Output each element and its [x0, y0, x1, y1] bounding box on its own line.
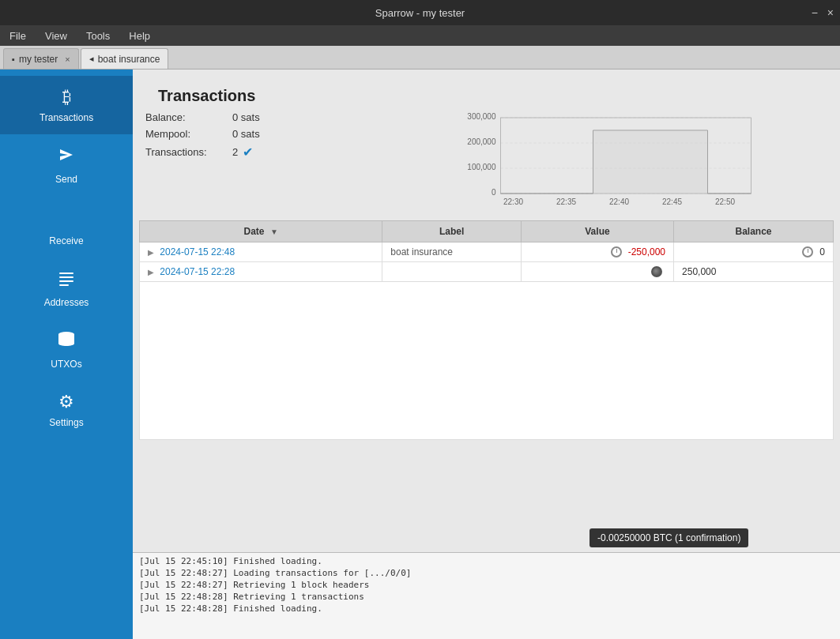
transactions-value: 2 ✔	[232, 145, 253, 160]
sidebar-label-settings: Settings	[49, 417, 83, 428]
close-button[interactable]: ×	[827, 6, 834, 19]
tab-label-boat-insurance: boat insurance	[98, 54, 160, 65]
svg-text:0: 0	[492, 188, 496, 197]
svg-text:22:40: 22:40	[609, 197, 629, 206]
svg-text:22:35: 22:35	[556, 197, 576, 206]
chart-area: 300,000 200,000 100,000 0	[382, 111, 827, 214]
menu-help[interactable]: Help	[126, 28, 153, 43]
svg-text:100,000: 100,000	[467, 163, 496, 171]
sidebar-item-addresses[interactable]: Addresses	[0, 257, 133, 319]
log-line: [Jul 15 22:48:28] Retrieving 1 transacti…	[139, 592, 834, 602]
chart-svg: 300,000 200,000 100,000 0	[382, 111, 827, 214]
tx-label-cell: boat insurance	[382, 242, 522, 262]
content-area: Transactions Balance: 0 sats Mempool: 0 …	[133, 70, 840, 639]
window-controls: − ×	[812, 6, 834, 19]
window-title: Sparrow - my tester	[375, 7, 465, 19]
tab-label-my-tester: my tester	[19, 54, 58, 65]
col-header-label[interactable]: Label	[382, 221, 522, 242]
svg-rect-0	[59, 273, 73, 274]
log-area[interactable]: [Jul 15 22:45:10] Finished loading. [Jul…	[133, 552, 840, 639]
stat-transactions: Transactions: 2 ✔	[145, 145, 367, 160]
transaction-tooltip: -0.00250000 BTC (1 confirmation)	[590, 528, 748, 547]
tab-my-tester[interactable]: ▪ my tester ×	[3, 48, 79, 69]
stat-mempool: Mempool: 0 sats	[145, 128, 367, 140]
sidebar-label-utxos: UTXOs	[51, 359, 81, 370]
svg-text:200,000: 200,000	[467, 137, 496, 146]
send-icon	[57, 145, 76, 169]
tab-icon-boat-insurance: ◂	[89, 54, 94, 64]
mempool-label: Mempool:	[145, 128, 232, 140]
tx-balance-cell-2: 250,000	[674, 262, 834, 282]
tx-label-value: boat insurance	[390, 246, 453, 257]
titlebar: Sparrow - my tester − ×	[0, 0, 840, 25]
svg-text:22:45: 22:45	[662, 197, 682, 206]
stats-area: Balance: 0 sats Mempool: 0 sats Transact…	[145, 111, 367, 214]
empty-row	[140, 282, 834, 440]
log-line: [Jul 15 22:48:27] Loading transactions f…	[139, 568, 834, 578]
tx-date-value-2[interactable]: 2024-07-15 22:28	[160, 266, 235, 277]
menu-view[interactable]: View	[42, 28, 70, 43]
sort-arrow-date: ▼	[270, 227, 278, 236]
tab-close-my-tester[interactable]: ×	[65, 55, 70, 64]
minimize-button[interactable]: −	[812, 6, 818, 19]
utxos-icon	[56, 330, 77, 354]
tx-date-cell[interactable]: ▶ 2024-07-15 22:48	[140, 242, 382, 262]
transactions-table: Date ▼ Label Value Balance ▶	[139, 220, 834, 549]
log-line: [Jul 15 22:48:28] Finished loading.	[139, 603, 834, 614]
confirmed-icon	[651, 266, 662, 277]
sidebar-item-receive[interactable]: Receive	[0, 196, 133, 257]
tx-label-cell-2	[382, 262, 522, 282]
tx-balance-cell: 0	[674, 242, 834, 262]
receive-icon	[57, 207, 76, 231]
tx-value: -250,000	[628, 246, 665, 257]
transactions-panel: Transactions Balance: 0 sats Mempool: 0 …	[133, 70, 840, 639]
menubar: File View Tools Help	[0, 25, 840, 46]
tx-table-element: Date ▼ Label Value Balance ▶	[139, 220, 834, 440]
sidebar-item-transactions[interactable]: ₿ Transactions	[0, 76, 133, 134]
sidebar: ₿ Transactions Send Receive	[0, 70, 133, 639]
svg-text:22:30: 22:30	[503, 197, 523, 206]
svg-text:22:50: 22:50	[715, 197, 735, 206]
col-header-value[interactable]: Value	[521, 221, 673, 242]
sidebar-label-transactions: Transactions	[40, 112, 93, 123]
menu-tools[interactable]: Tools	[83, 28, 113, 43]
svg-rect-3	[59, 284, 69, 286]
tab-icon-my-tester: ▪	[12, 55, 15, 64]
mempool-value: 0 sats	[232, 128, 260, 140]
settings-icon: ⚙	[58, 392, 74, 412]
sidebar-label-addresses: Addresses	[44, 297, 89, 308]
balance-value: 0 sats	[232, 111, 260, 123]
addresses-icon	[57, 269, 76, 292]
svg-marker-14	[501, 130, 751, 194]
sidebar-item-settings[interactable]: ⚙ Settings	[0, 381, 133, 439]
svg-text:300,000: 300,000	[467, 112, 496, 121]
balance-label: Balance:	[145, 111, 232, 123]
log-line: [Jul 15 22:45:10] Finished loading.	[139, 556, 834, 566]
log-line: [Jul 15 22:48:27] Retrieving 1 block hea…	[139, 580, 834, 590]
col-header-balance[interactable]: Balance	[674, 221, 834, 242]
svg-rect-1	[59, 276, 73, 278]
panel-title: Transactions	[145, 77, 827, 105]
tx-date-value[interactable]: 2024-07-15 22:48	[160, 246, 235, 257]
sidebar-label-send: Send	[55, 174, 77, 185]
table-header-row: Date ▼ Label Value Balance	[140, 221, 834, 242]
tx-balance-value: 0	[819, 246, 825, 257]
sidebar-item-send[interactable]: Send	[0, 134, 133, 196]
sidebar-item-utxos[interactable]: UTXOs	[0, 319, 133, 381]
table-row: ▶ 2024-07-15 22:28 250,000	[140, 262, 834, 282]
svg-rect-2	[59, 280, 73, 282]
row-expand-icon[interactable]: ▶	[148, 248, 154, 257]
transactions-label: Transactions:	[145, 146, 232, 158]
tx-balance-value-2: 250,000	[682, 266, 716, 277]
menu-file[interactable]: File	[6, 28, 29, 43]
tx-value-cell-2	[521, 262, 673, 282]
tx-date-cell-2[interactable]: ▶ 2024-07-15 22:28	[140, 262, 382, 282]
tx-value-cell: -250,000	[521, 242, 673, 262]
tab-boat-insurance[interactable]: ◂ boat insurance	[81, 48, 169, 69]
main-layout: ₿ Transactions Send Receive	[0, 70, 840, 639]
row-expand-icon-2[interactable]: ▶	[148, 268, 154, 276]
stat-balance: Balance: 0 sats	[145, 111, 367, 123]
verified-icon: ✔	[243, 145, 253, 160]
tabbar: ▪ my tester × ◂ boat insurance	[0, 46, 840, 70]
col-header-date[interactable]: Date ▼	[140, 221, 382, 242]
